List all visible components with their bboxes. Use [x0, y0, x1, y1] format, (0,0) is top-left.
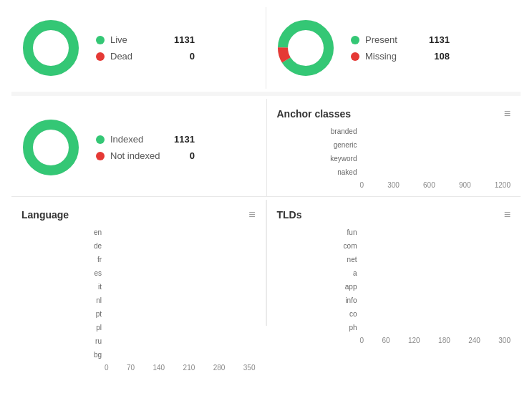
bar-row: keyword: [319, 153, 511, 165]
bottom-row: Language ≡ en de fr: [11, 200, 521, 326]
bar-label: info: [319, 295, 357, 306]
x-tick: 300: [387, 181, 400, 189]
present-missing-donut: [274, 16, 338, 80]
anchor-classes-title: Anchor classes: [277, 108, 352, 120]
legend-item-missing: Missing 108: [351, 51, 450, 62]
language-menu-icon[interactable]: ≡: [248, 208, 255, 221]
language-chart: en de fr es: [21, 227, 256, 320]
bar-label: pl: [63, 322, 102, 334]
language-title: Language: [21, 209, 69, 221]
bar-label: keyword: [319, 153, 357, 165]
x-tick: 0: [360, 181, 364, 189]
anchor-classes-panel: Anchor classes ≡ branded generic: [266, 99, 521, 196]
bar-row: it: [63, 281, 256, 293]
x-tick: 120: [408, 337, 420, 344]
bar-row: pt: [63, 309, 256, 320]
bar-label: bg: [63, 349, 102, 361]
bar-row: info: [319, 295, 511, 306]
bar-row: a: [319, 268, 511, 279]
bar-label: net: [319, 254, 357, 266]
bar-label: co: [319, 309, 357, 320]
legend-dot-indexed: [96, 135, 105, 144]
x-tick: 280: [213, 364, 226, 372]
x-axis: 070140210280350: [105, 364, 256, 372]
live-dead-legend: Live 1131 Dead 0: [96, 34, 195, 62]
bar-row: ph: [319, 322, 511, 334]
legend-label-live: Live: [110, 34, 168, 45]
bar-label: es: [63, 268, 102, 279]
bar-row: es: [63, 268, 256, 279]
tlds-chart: fun com net: [277, 227, 511, 320]
bar-row: bg: [63, 349, 256, 361]
legend-value-live: 1131: [173, 34, 195, 45]
x-tick: 900: [459, 181, 471, 189]
present-missing-legend: Present 1131 Missing 108: [351, 34, 450, 62]
anchor-classes-title-row: Anchor classes ≡: [277, 107, 511, 120]
bar-label: ph: [319, 322, 357, 334]
bar-row: nl: [63, 295, 256, 306]
tlds-title: TLDs: [277, 209, 302, 221]
bar-row: com: [319, 241, 511, 252]
legend-dot-not-indexed: [96, 152, 105, 160]
bar-label: pt: [63, 309, 102, 320]
page: Live 1131 Dead 0: [0, 0, 532, 333]
x-tick: 240: [468, 337, 480, 344]
svg-point-6: [28, 125, 74, 170]
bar-label: a: [319, 268, 357, 279]
x-tick: 60: [382, 337, 390, 344]
bar-label: generic: [319, 140, 357, 151]
bar-label: com: [319, 241, 357, 252]
svg-point-1: [28, 25, 74, 71]
language-title-row: Language ≡: [21, 208, 256, 221]
bar-label: fun: [319, 227, 357, 238]
bar-row: branded: [319, 126, 511, 137]
bar-row: fr: [63, 254, 256, 266]
legend-label-missing: Missing: [365, 51, 422, 62]
top-row: Live 1131 Dead 0: [11, 7, 521, 89]
legend-dot-missing: [351, 52, 359, 61]
bar-row: fun: [319, 227, 511, 238]
x-tick: 350: [243, 364, 256, 372]
legend-label-present: Present: [365, 34, 422, 45]
middle-row: Indexed 1131 Not indexed 0 Anchor classe…: [11, 99, 521, 196]
x-axis: 060120180240300: [360, 337, 511, 344]
bar-label: en: [63, 227, 102, 238]
bar-row: naked: [319, 167, 511, 178]
x-tick: 0: [105, 364, 109, 372]
x-tick: 300: [498, 337, 511, 344]
legend-value-dead: 0: [173, 51, 195, 62]
x-tick: 180: [438, 337, 450, 344]
bar-label: ru: [63, 336, 102, 347]
bar-row: net: [319, 254, 511, 266]
legend-item-not-indexed: Not indexed 0: [96, 150, 195, 161]
legend-item-present: Present 1131: [351, 34, 450, 45]
legend-label-not-indexed: Not indexed: [110, 150, 168, 161]
live-dead-donut: [19, 16, 83, 80]
bar-label: branded: [319, 126, 357, 137]
bar-row: app: [319, 281, 511, 293]
legend-value-missing: 108: [428, 51, 450, 62]
legend-item-live: Live 1131: [96, 34, 195, 45]
x-tick: 210: [183, 364, 195, 372]
svg-point-3: [283, 25, 329, 71]
indexed-donut: [19, 115, 83, 180]
x-tick: 600: [423, 181, 435, 189]
section-divider-1: [11, 92, 521, 96]
x-tick: 140: [153, 364, 165, 372]
bar-label: naked: [319, 167, 357, 178]
bar-row: de: [63, 241, 256, 252]
indexed-panel: Indexed 1131 Not indexed 0: [11, 99, 266, 196]
legend-dot-dead: [96, 52, 105, 61]
x-tick: 70: [127, 364, 135, 372]
bar-label: it: [63, 281, 102, 293]
legend-item-indexed: Indexed 1131: [96, 134, 195, 145]
bar-row: en: [63, 227, 256, 238]
bar-label: app: [319, 281, 357, 293]
x-tick: 0: [360, 337, 364, 344]
bar-label: de: [63, 241, 102, 252]
tlds-panel: TLDs ≡ fun com net: [266, 200, 521, 326]
tlds-menu-icon[interactable]: ≡: [504, 208, 511, 221]
present-missing-panel: Present 1131 Missing 108: [266, 7, 521, 89]
legend-value-not-indexed: 0: [173, 150, 195, 161]
anchor-classes-menu-icon[interactable]: ≡: [504, 107, 511, 120]
